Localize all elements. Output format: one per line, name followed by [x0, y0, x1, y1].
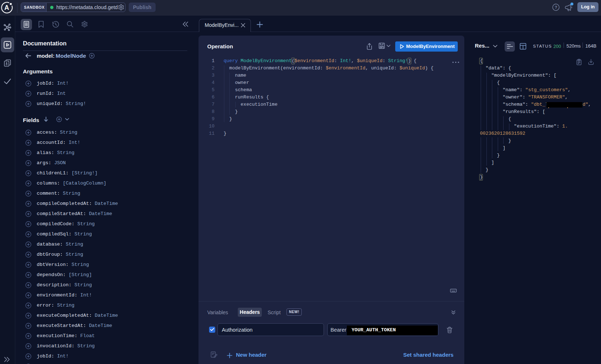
svg-text:A: A: [4, 4, 9, 11]
svg-text:?: ?: [555, 5, 557, 9]
